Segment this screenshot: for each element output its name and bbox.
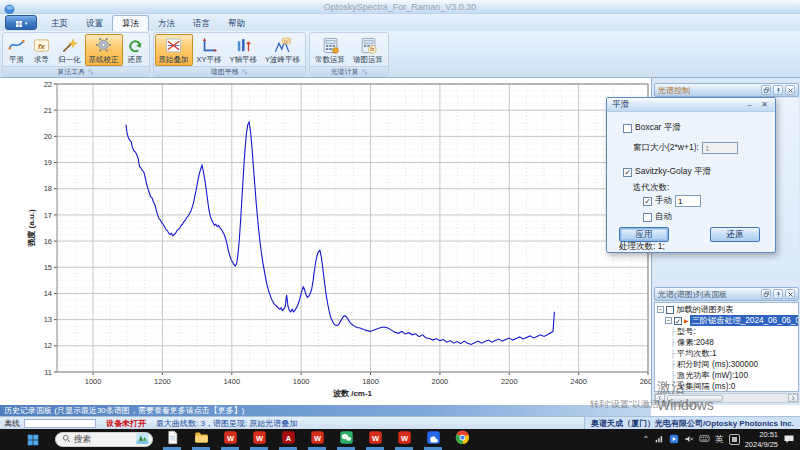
taskbar-clock[interactable]: 20:51 2024/9/25 [745, 430, 778, 449]
auto-checkbox[interactable] [643, 213, 652, 222]
raw-overlay-button[interactable]: 原始叠加 [155, 34, 193, 66]
spectrum-property-row: ├积分时间 (ms):300000 [655, 359, 798, 370]
svg-text:fx: fx [370, 47, 375, 52]
y-peak-shift-button[interactable]: 10³Y波峰平移 [261, 34, 304, 66]
taskbar-search-box[interactable]: 搜索 [55, 432, 153, 447]
tree-collapse-icon[interactable]: − [665, 317, 672, 324]
svg-text:2200: 2200 [501, 377, 518, 386]
manual-iterations-input[interactable] [675, 195, 701, 207]
wps-writer-icon-1: W [223, 430, 238, 449]
ribbon-button-label: Y轴平移 [230, 55, 258, 65]
svg-text:1400: 1400 [223, 377, 240, 386]
start-button[interactable] [26, 433, 40, 447]
tree-branch-line: ├ [669, 338, 677, 347]
dialog-minimize-icon[interactable]: – [744, 100, 755, 109]
chrome-icon[interactable] [452, 429, 472, 450]
tab-settings[interactable]: 设置 [77, 15, 112, 31]
tab-help[interactable]: 帮助 [219, 15, 254, 31]
tree-selected-spectrum-item[interactable]: −▶三阶锯齿处理_2024_06_06_09_20 [663, 315, 798, 326]
tab-home[interactable]: 主页 [42, 15, 77, 31]
smooth-dialog-title-bar[interactable]: 平滑 – ✕ [607, 98, 775, 112]
boxcar-checkbox[interactable] [623, 124, 632, 133]
dialog-close-icon[interactable]: ✕ [759, 100, 770, 109]
y-axis-shift-button[interactable]: Y轴平移 [226, 34, 262, 66]
panel-pin-icon[interactable] [773, 289, 783, 299]
wps-writer-icon-4[interactable]: W [365, 429, 385, 450]
dialog-launcher-icon[interactable] [88, 69, 94, 76]
dialog-launcher-icon[interactable] [362, 69, 368, 76]
network-icon[interactable] [654, 434, 664, 446]
netdisk-icon [426, 430, 441, 449]
dialog-launcher-icon[interactable] [242, 69, 248, 76]
vbars-icon [235, 36, 252, 55]
application-menu-button[interactable]: ▾ [5, 15, 37, 30]
spectrum-list-panel-header[interactable]: 光谱(谱图)列表面板 [654, 287, 799, 301]
clock-date: 2024/9/25 [745, 440, 778, 449]
process-count-label: 处理次数: 1; [619, 241, 665, 253]
normalize-button[interactable]: 归一化 [54, 34, 85, 66]
netdisk-icon[interactable] [423, 429, 443, 450]
spectrum-control-panel-title: 光谱控制 [658, 85, 759, 96]
acrobat-icon[interactable]: A [278, 429, 298, 450]
scrollbar-thumb[interactable] [667, 395, 723, 402]
apply-button[interactable]: 应用 [619, 227, 669, 242]
tab-algorithm[interactable]: 算法 [112, 15, 149, 31]
svg-text:2000: 2000 [432, 377, 449, 386]
spectrum-property-row: ├激光功率 (mW):100 [655, 370, 798, 381]
smooth-button[interactable]: 平滑 [4, 34, 29, 66]
ribbon-button-label: XY平移 [197, 55, 222, 65]
spectrum-marker-icon: ▶ [684, 317, 689, 324]
tree-collapse-icon[interactable]: − [657, 306, 664, 313]
notepad-icon[interactable] [162, 429, 182, 450]
panel-close-icon[interactable] [785, 289, 795, 299]
spectrum-property-row: ├型号: [655, 326, 798, 337]
panel-pin-icon[interactable] [773, 85, 783, 95]
savitzky-golay-label: Savitzky-Golay 平滑 [635, 166, 711, 178]
wps-writer-icon-5[interactable]: W [394, 429, 414, 450]
hidden-icons-chevron[interactable]: ⌃ [642, 435, 649, 444]
panel-restore-icon[interactable] [761, 289, 771, 299]
touch-keyboard-icon[interactable] [699, 433, 710, 446]
derivative-button[interactable]: fx求导 [29, 34, 54, 66]
taskbar-app-icons: WWAWWW [162, 429, 472, 450]
spectrum-chart[interactable]: 1000120014001600180020002200240026001112… [0, 78, 651, 405]
file-explorer-icon[interactable] [191, 429, 211, 450]
scroll-right-icon[interactable] [788, 394, 798, 402]
ribbon-restore-button[interactable]: 还原 [123, 34, 148, 66]
window-size-input[interactable] [702, 142, 738, 154]
wps-writer-icon-1[interactable]: W [220, 429, 240, 450]
tree-root-checkbox[interactable] [666, 306, 674, 314]
wechat-icon[interactable] [336, 429, 356, 450]
panel-restore-icon[interactable] [761, 85, 771, 95]
ime-language-indicator[interactable]: 英 [715, 434, 724, 446]
title-bar: OptoskySpectra_For_Raman_V3.0.30 [0, 0, 800, 14]
wps-writer-icon-3[interactable]: W [307, 429, 327, 450]
manual-checkbox[interactable] [643, 197, 652, 206]
spectrum-control-panel-header[interactable]: 光谱控制 [654, 83, 799, 97]
revert-button[interactable]: 还原 [710, 227, 760, 242]
scroll-left-icon[interactable] [655, 394, 665, 402]
display-info: 最大曲线数: 3，谱图呈现: 原始光谱叠加 [156, 418, 297, 429]
spectrum-property-row: ├采集间隔 (ms):0 [655, 381, 798, 392]
panel-close-icon[interactable] [785, 85, 795, 95]
horizontal-scrollbar[interactable] [654, 393, 799, 403]
tray-app-icon[interactable] [669, 434, 679, 446]
notifications-icon[interactable] [783, 433, 795, 447]
spectrum-property-label: 平均次数:1 [677, 348, 717, 359]
ime-mode-icon[interactable] [729, 434, 740, 445]
spectrum-checkbox[interactable] [674, 317, 682, 325]
xy-shift-button[interactable]: XY平移 [193, 34, 226, 66]
constant-calc-button[interactable]: 常数运算 [311, 34, 349, 66]
tree-root-item[interactable]: −加载的谱图列表 [655, 304, 798, 315]
spectrum-calc-button[interactable]: fx谱图运算 [349, 34, 387, 66]
baseline-correction-button[interactable]: 基线校正 [85, 34, 123, 66]
tab-language[interactable]: 语言 [184, 15, 219, 31]
spectrum-chart-panel: 1000120014001600180020002200240026001112… [0, 78, 651, 405]
wps-writer-icon-2[interactable]: W [249, 429, 269, 450]
savitzky-golay-checkbox[interactable] [623, 168, 632, 177]
tab-method[interactable]: 方法 [149, 15, 184, 31]
svg-text:15: 15 [44, 263, 52, 272]
svg-text:17: 17 [44, 211, 52, 220]
volume-muted-icon[interactable] [684, 434, 694, 446]
history-panel-bar[interactable]: 历史记录面板 (只显示最近30条谱图，需要查看更多请点击【更多】) [0, 405, 651, 416]
